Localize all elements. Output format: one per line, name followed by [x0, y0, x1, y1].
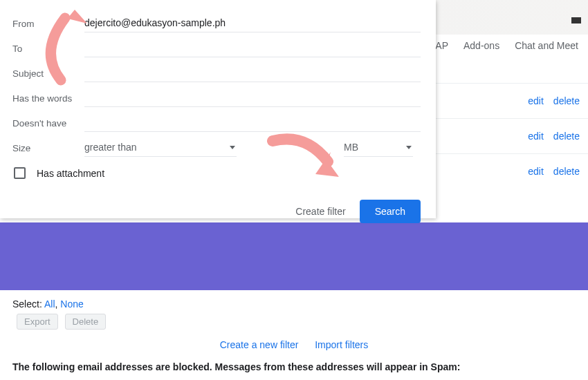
comma: ,: [55, 298, 58, 310]
to-label: To: [12, 44, 84, 54]
chevron-down-icon: [230, 146, 235, 149]
to-input[interactable]: [84, 39, 421, 57]
filter-edit-link[interactable]: edit: [528, 131, 544, 142]
size-operator-value: greater than: [84, 142, 230, 153]
has-attachment-label: Has attachment: [37, 168, 104, 179]
doesnt-have-input[interactable]: [84, 114, 421, 132]
tab-chat-and-meet[interactable]: Chat and Meet: [515, 40, 578, 51]
chevron-down-icon: [406, 146, 412, 149]
subject-input[interactable]: [84, 64, 421, 82]
size-label: Size: [12, 143, 84, 153]
subject-label: Subject: [12, 68, 84, 79]
select-all-link[interactable]: All: [44, 298, 55, 310]
delete-button[interactable]: Delete: [65, 314, 107, 330]
select-none-link[interactable]: None: [60, 298, 83, 310]
purple-separator: [0, 222, 588, 290]
doesnt-have-label: Doesn't have: [12, 118, 84, 129]
from-input[interactable]: [84, 15, 421, 32]
size-operator-select[interactable]: greater than: [84, 139, 237, 157]
filter-edit-link[interactable]: edit: [528, 166, 544, 177]
has-attachment-checkbox[interactable]: [14, 167, 26, 179]
size-unit-value: MB: [344, 142, 406, 153]
filter-edit-link[interactable]: edit: [528, 95, 544, 106]
import-filters-link[interactable]: Import filters: [315, 339, 368, 350]
search-button[interactable]: Search: [360, 200, 421, 223]
from-label: From: [12, 19, 84, 29]
create-new-filter-link[interactable]: Create a new filter: [220, 339, 299, 350]
filter-delete-link[interactable]: delete: [553, 95, 580, 106]
export-button[interactable]: Export: [17, 314, 58, 330]
select-label: Select:: [12, 298, 42, 310]
has-words-label: Has the words: [12, 93, 84, 104]
filter-delete-link[interactable]: delete: [553, 166, 580, 177]
has-words-input[interactable]: [84, 89, 421, 107]
create-filter-link[interactable]: Create filter: [295, 206, 345, 217]
filter-delete-link[interactable]: delete: [553, 131, 580, 142]
blocked-heading: The following email addresses are blocke…: [12, 361, 576, 372]
size-unit-select[interactable]: MB: [344, 139, 413, 157]
select-line: Select: All, None: [12, 298, 576, 310]
filter-search-card: From To Subject Has the words Doesn't ha…: [0, 0, 436, 218]
header-badge: [571, 17, 581, 23]
tab-addons[interactable]: Add-ons: [463, 40, 499, 51]
